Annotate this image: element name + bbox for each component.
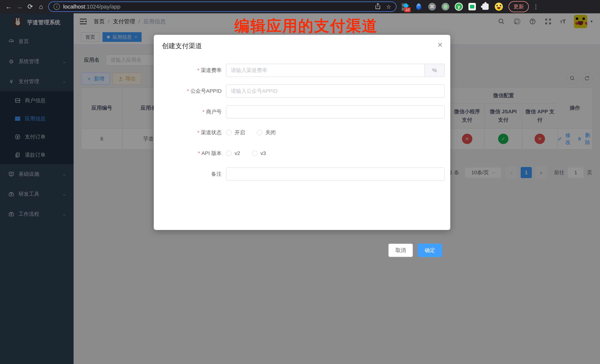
create-pay-channel-dialog: 创建支付渠道 ✕ 渠道费率 % 公众号APPID 商户号 渠道状态	[154, 35, 450, 230]
browser-reload-icon[interactable]: ⟳	[25, 0, 36, 13]
cancel-button[interactable]: 取消	[388, 244, 413, 257]
remark-label: 备注	[154, 171, 226, 178]
rate-input[interactable]	[231, 67, 420, 73]
url-host: localhost	[63, 3, 85, 10]
radio-circle	[257, 130, 262, 135]
extension-y-icon[interactable]: y	[455, 3, 463, 11]
address-bar[interactable]: i localhost:1024/pay/app ☆	[48, 1, 396, 12]
browser-update-button[interactable]: 更新	[508, 1, 529, 12]
screen: ← → ⟳ ⌂ i localhost:1024/pay/app ☆ 10 ⌘ …	[0, 0, 600, 364]
page-info-icon[interactable]: i	[54, 3, 60, 10]
browser-menu-icon[interactable]: ⋮	[533, 3, 539, 10]
profile-emoji-icon[interactable]	[495, 3, 503, 11]
confirm-button[interactable]: 确定	[418, 244, 442, 257]
close-icon[interactable]: ✕	[437, 41, 443, 49]
url-path: :1024/pay/app	[85, 3, 120, 10]
extension-badge: 10	[404, 7, 411, 12]
merchant-input[interactable]	[231, 109, 440, 115]
remark-input[interactable]	[231, 171, 440, 177]
rate-label: 渠道费率	[154, 67, 226, 74]
extensions-puzzle-icon[interactable]	[481, 3, 489, 11]
extension-kite-icon[interactable]	[415, 3, 423, 11]
api-v2-radio[interactable]: v2	[226, 150, 240, 156]
browser-toolbar: ← → ⟳ ⌂ i localhost:1024/pay/app ☆ 10 ⌘ …	[0, 0, 600, 13]
radio-circle	[226, 151, 232, 156]
dialog-footer: 取消 确定	[388, 244, 442, 257]
extension-record-icon[interactable]	[441, 3, 450, 11]
dialog-title: 创建支付渠道	[162, 41, 202, 51]
radio-circle	[252, 151, 258, 156]
extension-tabs-icon[interactable]: 10	[401, 3, 410, 11]
status-label: 渠道状态	[154, 129, 226, 136]
percent-suffix: %	[424, 64, 445, 77]
bookmark-star-icon[interactable]: ☆	[386, 3, 391, 10]
extension-command-icon[interactable]: ⌘	[428, 3, 436, 11]
field-row-merchant: 商户号	[154, 105, 450, 118]
field-row-api: API 版本 v2 v3	[154, 148, 450, 158]
radio-circle	[226, 130, 232, 135]
appid-label: 公众号APPID	[154, 88, 226, 95]
merchant-label: 商户号	[154, 108, 226, 115]
field-row-status: 渠道状态 开启 关闭	[154, 127, 450, 138]
field-row-appid: 公众号APPID	[154, 84, 450, 98]
browser-home-icon[interactable]: ⌂	[36, 0, 46, 13]
appid-input[interactable]	[231, 88, 440, 94]
api-version-label: API 版本	[154, 150, 226, 157]
browser-forward-icon[interactable]: →	[14, 0, 25, 13]
api-v3-radio[interactable]: v3	[252, 150, 266, 156]
status-off-radio[interactable]: 关闭	[257, 129, 276, 136]
extension-chat-icon[interactable]	[468, 3, 476, 11]
rate-input-group: %	[226, 64, 445, 77]
browser-back-icon[interactable]: ←	[3, 0, 14, 13]
field-row-rate: 渠道费率 %	[154, 64, 450, 77]
share-icon[interactable]	[375, 3, 381, 10]
field-row-remark: 备注	[154, 167, 450, 181]
status-on-radio[interactable]: 开启	[226, 129, 245, 136]
annotation-text: 编辑应用的支付渠道	[234, 16, 378, 36]
extension-bar: 10 ⌘ y	[401, 3, 503, 11]
